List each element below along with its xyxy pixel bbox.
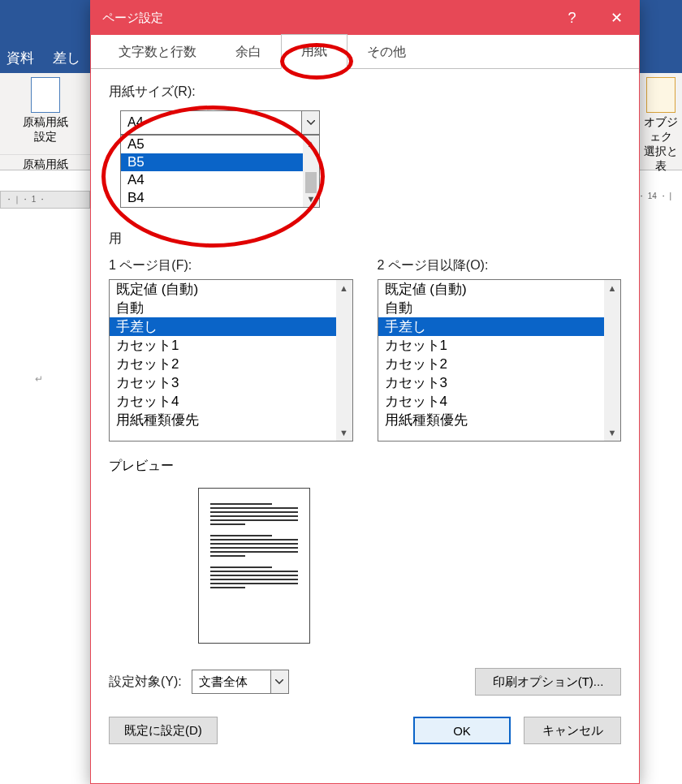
genkou-label1: 原稿用紙 (0, 115, 90, 130)
preview-label: プレビュー (109, 458, 621, 475)
help-button[interactable]: ? (550, 1, 594, 35)
paper-option-a4[interactable]: A4 (121, 171, 319, 189)
tab-paper[interactable]: 用紙 (281, 34, 347, 69)
ruler-right[interactable]: ・ 14 ・ | (637, 191, 682, 209)
dialog-content: 用紙サイズ(R): A5 B5 A4 B4 ▲ ▼ (91, 69, 639, 754)
tray2-scrollbar[interactable]: ▲ ▼ (604, 280, 620, 441)
scroll-down-icon[interactable]: ▼ (604, 424, 620, 441)
scroll-down-icon[interactable]: ▼ (336, 424, 352, 441)
paper-size-input[interactable] (121, 111, 301, 134)
document-area[interactable]: ↵ (35, 373, 43, 385)
tray1-listbox[interactable]: 既定値 (自動) 自動 手差し カセット1 カセット2 カセット3 カセット4 … (109, 279, 353, 442)
scroll-up-icon[interactable]: ▲ (303, 136, 319, 152)
tray1-item-cassette3[interactable]: カセット3 (110, 373, 352, 392)
apply-to-label: 設定対象(Y): (109, 674, 182, 691)
paper-option-b4[interactable]: B4 (121, 189, 319, 207)
chevron-down-icon (275, 679, 283, 684)
tray2-item-manual[interactable]: 手差し (378, 317, 621, 336)
tray2-item-default[interactable]: 既定値 (自動) (378, 280, 621, 299)
paper-size-combo[interactable] (120, 110, 320, 135)
ribbon-group-objects: オブジェク 選択と表 (640, 73, 682, 170)
cancel-button[interactable]: キャンセル (524, 717, 621, 744)
paper-size-dropdown-button[interactable] (301, 111, 319, 134)
ribbon-tab-mail[interactable]: 差し (53, 49, 80, 67)
tray2-listbox[interactable]: 既定値 (自動) 自動 手差し カセット1 カセット2 カセット3 カセット4 … (378, 279, 622, 442)
ok-button[interactable]: OK (413, 717, 511, 744)
tray2-item-cassette3[interactable]: カセット3 (378, 373, 621, 392)
tray1-item-cassette1[interactable]: カセット1 (110, 336, 352, 355)
scroll-up-icon[interactable]: ▲ (336, 280, 352, 296)
page-setup-dialog: ページ設定 ? ✕ 文字数と行数 余白 用紙 その他 用紙サイズ(R): A5 … (90, 0, 640, 784)
objects-label1: オブジェク (640, 115, 682, 144)
dialog-title: ページ設定 (102, 11, 163, 26)
scroll-thumb[interactable] (305, 172, 317, 193)
tray2-item-papertype[interactable]: 用紙種類優先 (378, 411, 621, 429)
objects-label2: 選択と表 (640, 144, 682, 174)
dropdown-scrollbar[interactable]: ▲ ▼ (303, 136, 319, 207)
tray1-item-cassette4[interactable]: カセット4 (110, 392, 352, 411)
tab-other[interactable]: その他 (347, 36, 425, 69)
tab-chars-lines[interactable]: 文字数と行数 (99, 36, 216, 69)
tray1-item-papertype[interactable]: 用紙種類優先 (110, 411, 352, 429)
paper-size-label: 用紙サイズ(R): (109, 84, 621, 101)
scroll-down-icon[interactable]: ▼ (303, 191, 319, 207)
tray1-item-auto[interactable]: 自動 (110, 299, 352, 317)
print-options-button[interactable]: 印刷オプション(T)... (475, 668, 621, 696)
tray2-item-auto[interactable]: 自動 (378, 299, 621, 317)
objects-icon[interactable] (646, 77, 676, 113)
tray2-label: 2 ページ目以降(O): (378, 257, 622, 274)
tab-margins[interactable]: 余白 (216, 36, 281, 69)
paper-option-a5[interactable]: A5 (121, 136, 319, 153)
tray1-item-cassette2[interactable]: カセット2 (110, 355, 352, 373)
tray2-item-cassette4[interactable]: カセット4 (378, 392, 621, 411)
preview-page (198, 488, 310, 644)
tray1-label: 1 ページ目(F): (109, 257, 353, 274)
tray2-item-cassette1[interactable]: カセット1 (378, 336, 621, 355)
chevron-down-icon (307, 120, 315, 125)
ribbon-tab-materials[interactable]: 資料 (6, 49, 34, 67)
tray2-item-cassette2[interactable]: カセット2 (378, 355, 621, 373)
ribbon-group-genkou: 原稿用紙 設定 原稿用紙 (0, 73, 90, 170)
genkou-group-label: 原稿用紙 (0, 154, 90, 172)
tray1-item-manual[interactable]: 手差し (110, 317, 352, 336)
set-default-button[interactable]: 既定に設定(D) (109, 717, 218, 744)
close-button[interactable]: ✕ (594, 1, 639, 35)
tray1-item-default[interactable]: 既定値 (自動) (110, 280, 352, 299)
scroll-up-icon[interactable]: ▲ (604, 280, 620, 296)
dialog-tabs: 文字数と行数 余白 用紙 その他 (91, 35, 639, 69)
paper-tray-section-label: 用 (109, 230, 621, 248)
paper-size-dropdown: A5 B5 A4 B4 ▲ ▼ (120, 135, 320, 208)
genkou-label2: 設定 (0, 130, 90, 144)
dialog-titlebar: ページ設定 ? ✕ (91, 1, 639, 35)
apply-to-select[interactable]: 文書全体 (192, 670, 289, 694)
tray1-scrollbar[interactable]: ▲ ▼ (336, 280, 352, 441)
apply-to-value: 文書全体 (192, 674, 270, 690)
ruler-left[interactable]: ・｜・ 1 ・ (0, 191, 90, 209)
paper-option-b5[interactable]: B5 (121, 153, 319, 171)
genkou-icon[interactable] (31, 77, 60, 113)
apply-to-dropdown-button[interactable] (270, 670, 288, 693)
